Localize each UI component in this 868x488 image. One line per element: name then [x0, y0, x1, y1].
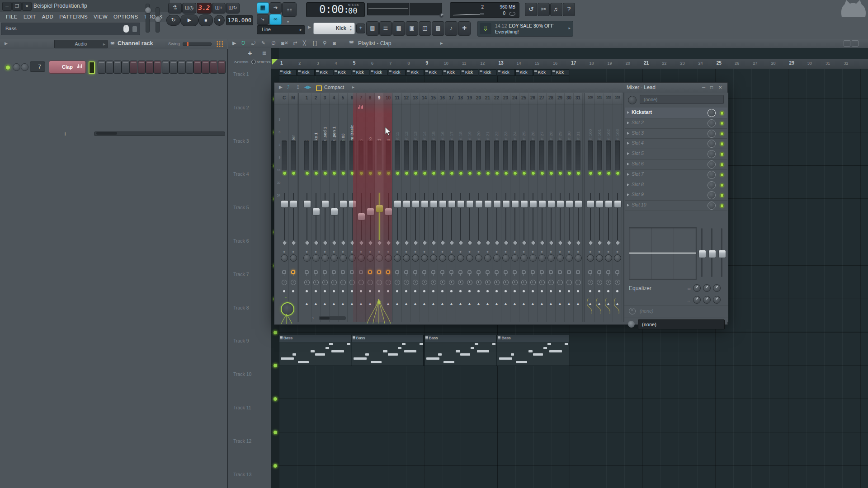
channel-enable-led[interactable]: [5, 65, 10, 70]
slot-enable-led[interactable]: [720, 142, 724, 146]
eq-band-slider[interactable]: [721, 228, 722, 277]
slot-mix-knob[interactable]: [708, 109, 716, 117]
swing-slider[interactable]: [183, 42, 212, 46]
step-cell[interactable]: [218, 61, 226, 74]
slip-icon[interactable]: ⇄: [293, 40, 297, 46]
track-name[interactable]: Track 12: [233, 438, 251, 444]
slot-enable-led[interactable]: [720, 173, 724, 177]
delete-icon[interactable]: ∅: [271, 40, 276, 46]
track-name[interactable]: Track 1: [233, 71, 249, 77]
menu-item-add[interactable]: ADD: [42, 14, 53, 19]
step-cell[interactable]: [106, 61, 114, 74]
pattern-clip-kick[interactable]: Kick: [552, 69, 569, 76]
project-picker-icon[interactable]: ▩: [432, 21, 444, 36]
slot-enable-led[interactable]: [720, 204, 724, 208]
select-icon[interactable]: [ ]: [313, 40, 317, 46]
track-name[interactable]: Track 13: [233, 472, 251, 477]
eq-freq-knob[interactable]: [703, 296, 711, 304]
pattern-clip-kick[interactable]: Kick: [352, 69, 369, 76]
menu-item-patterns[interactable]: PATTERNS: [59, 14, 88, 19]
playlist-minimize-icon[interactable]: [844, 40, 850, 47]
main-pitch-handle[interactable]: [155, 16, 161, 23]
pattern-clip-kick[interactable]: Kick: [443, 69, 460, 76]
main-volume-slider[interactable]: [146, 4, 150, 33]
add-pattern-button[interactable]: +: [356, 23, 365, 33]
effect-slot-5[interactable]: Slot 5: [625, 149, 727, 160]
slot-arrow-icon[interactable]: [627, 132, 629, 135]
pattern-clip-kick[interactable]: Kick: [461, 69, 478, 76]
channel-pan-knob[interactable]: [13, 63, 20, 71]
track-name[interactable]: Track 8: [233, 305, 249, 310]
slot-enable-led[interactable]: [720, 122, 724, 126]
mic-record-icon[interactable]: ♬: [550, 3, 562, 16]
crossfade-icon[interactable]: ✚: [248, 51, 252, 56]
play-position-marker[interactable]: [272, 59, 278, 65]
track-name[interactable]: Track 10: [233, 371, 251, 377]
step-cell[interactable]: [170, 61, 178, 74]
menu-item-edit[interactable]: EDIT: [24, 14, 36, 19]
slot-mix-knob[interactable]: [708, 181, 716, 189]
slot-enable-led[interactable]: [720, 111, 724, 115]
play-button[interactable]: ▶: [180, 14, 198, 26]
effect-slot-9[interactable]: Slot 9: [625, 190, 727, 201]
slot-enable-led[interactable]: [720, 152, 724, 156]
output-selector[interactable]: (none): [638, 319, 725, 329]
playlist-toggle-icon[interactable]: ▤: [366, 21, 379, 36]
track-led[interactable]: [273, 330, 278, 335]
track-name[interactable]: Track 4: [233, 171, 249, 177]
magnet-icon[interactable]: Ω: [241, 40, 245, 46]
track-name[interactable]: Track 6: [233, 238, 249, 244]
countdown-icon[interactable]: Ш+: [212, 3, 226, 14]
slot-mix-knob[interactable]: [708, 202, 716, 210]
channel-selector-indicator[interactable]: [89, 61, 95, 74]
slot-enable-led[interactable]: [720, 183, 724, 188]
eq-freq-knob[interactable]: [693, 284, 701, 292]
pattern-clip-kick[interactable]: Kick: [425, 69, 442, 76]
eq-graph[interactable]: [629, 227, 697, 280]
link-icon[interactable]: ∞: [269, 14, 282, 25]
swing-handle[interactable]: [187, 42, 189, 46]
stop-button[interactable]: ■: [198, 14, 213, 26]
pattern-clip-kick[interactable]: Kick: [479, 69, 496, 76]
effect-slot-2[interactable]: Slot 2: [625, 118, 727, 129]
rack-scrollbar-thumb[interactable]: [96, 132, 117, 135]
cut-icon[interactable]: ✂: [538, 3, 550, 16]
slot-arrow-icon[interactable]: [627, 193, 629, 196]
slot-enable-led[interactable]: [720, 193, 724, 197]
send-selector[interactable]: (none): [640, 95, 724, 104]
effect-slot-4[interactable]: Slot 4: [625, 138, 727, 149]
eq-freq-knob[interactable]: [713, 284, 721, 292]
track-led[interactable]: [273, 464, 278, 468]
step-cell[interactable]: [210, 61, 218, 74]
chevron-down-icon[interactable]: ▾: [287, 20, 289, 24]
pattern-arrow-icon[interactable]: ▶: [308, 25, 311, 29]
delay-row[interactable]: (none): [624, 305, 728, 317]
eq-slider-handle[interactable]: [718, 250, 726, 258]
multilink-knob-icon[interactable]: ⚏: [282, 2, 297, 17]
pattern-clip-kick[interactable]: Kick: [334, 69, 351, 76]
slot-arrow-icon[interactable]: [627, 142, 629, 145]
slot-arrow-icon[interactable]: [627, 204, 629, 206]
effect-slot-7[interactable]: Slot 7: [625, 169, 727, 180]
track-led[interactable]: [273, 430, 278, 435]
slot-arrow-icon[interactable]: [627, 122, 629, 124]
help-icon[interactable]: ?: [563, 3, 575, 16]
output-row[interactable]: (none): [624, 318, 728, 332]
slot-arrow-icon[interactable]: [627, 163, 629, 165]
track-name[interactable]: Track 9: [233, 338, 249, 343]
eq-slider-handle[interactable]: [698, 250, 706, 258]
menu-item-options[interactable]: OPTIONS: [113, 14, 138, 19]
slot-enable-led[interactable]: [720, 163, 724, 167]
slot-mix-knob[interactable]: [708, 130, 716, 138]
pattern-clip-kick[interactable]: Kick: [497, 69, 514, 76]
step-cell[interactable]: [122, 61, 130, 74]
pattern-clip-kick[interactable]: Kick: [388, 69, 406, 76]
track-name[interactable]: Track 11: [233, 405, 251, 410]
playlist-more-icon[interactable]: ▸: [440, 40, 443, 46]
step-cell[interactable]: [113, 61, 122, 74]
main-pitch-slider[interactable]: [156, 7, 160, 33]
tools-icon[interactable]: ✚: [458, 21, 471, 36]
slot-arrow-icon[interactable]: [627, 173, 629, 176]
slot-mix-knob[interactable]: [708, 160, 716, 169]
pattern-clip-kick[interactable]: Kick: [297, 69, 315, 76]
